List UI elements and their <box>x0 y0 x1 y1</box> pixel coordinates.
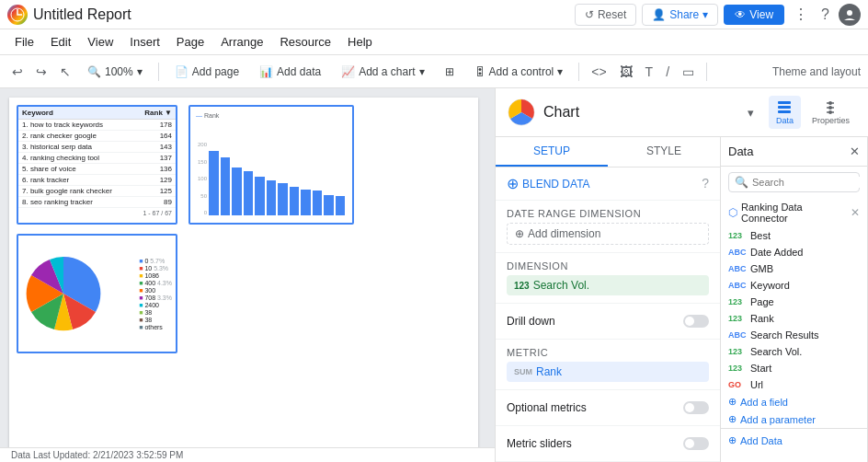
share-button[interactable]: 👤 Share ▾ <box>642 4 718 26</box>
right-panel: Chart ▾ Data Properties SETUP STYLE <box>495 88 868 462</box>
add-field-row[interactable]: ⊕ Add a field <box>721 393 867 410</box>
status-bar: Data Last Updated: 2/21/2023 3:52:59 PM <box>0 447 495 462</box>
data-field-row[interactable]: 123Start <box>721 360 867 376</box>
dimension-chip[interactable]: 123 Search Vol. <box>507 275 709 295</box>
properties-panel-tab-btn[interactable]: Properties <box>805 96 857 129</box>
data-field-row[interactable]: 123Rank <box>721 310 867 327</box>
data-field-row[interactable]: ABCSearch Results <box>721 327 867 343</box>
table-row: 6. rank tracker129 <box>18 175 176 186</box>
data-field-row[interactable]: 123Search Vol. <box>721 343 867 360</box>
connector-close-icon[interactable]: ✕ <box>851 206 860 219</box>
add-dimension-btn[interactable]: ⊕ Add dimension <box>507 223 709 245</box>
data-panel-tab-btn[interactable]: Data <box>769 96 801 129</box>
date-range-section: Date Range Dimension ⊕ Add dimension <box>496 201 720 253</box>
data-field-row[interactable]: GOUrl <box>721 376 867 393</box>
add-component-button[interactable]: ⊞ <box>437 62 463 82</box>
redo-button[interactable]: ↪ <box>31 62 51 82</box>
chart-type-icon <box>507 98 536 127</box>
close-data-panel-icon[interactable]: ✕ <box>850 144 860 158</box>
share-chevron-icon: ▾ <box>702 8 708 21</box>
table-pagination: 1 - 67 / 67 <box>18 208 176 218</box>
text-button[interactable]: T <box>641 62 658 82</box>
bar-chart-area: — Rank 200150100500 <box>190 107 352 223</box>
undo-button[interactable]: ↩ <box>7 62 28 82</box>
svg-rect-5 <box>778 106 791 109</box>
menu-view[interactable]: View <box>80 31 120 52</box>
menu-help[interactable]: Help <box>340 31 380 52</box>
blend-data-row[interactable]: ⊕ BLEND DATA <box>507 175 709 192</box>
more-options-button[interactable]: ⋮ <box>790 2 812 27</box>
toolbar: ↩ ↪ ↖ 🔍 100% ▾ 📄 Add page 📊 Add data 📈 A… <box>0 55 868 88</box>
view-button[interactable]: 👁 View <box>724 5 784 25</box>
menu-file[interactable]: File <box>7 31 41 52</box>
metric-sliders-section: Metric sliders <box>496 426 720 462</box>
setup-style-tabs: SETUP STYLE <box>496 137 720 167</box>
data-panel: Data ✕ 🔍 ⬡ Ranking Data Connector ✕ 123 <box>721 137 868 462</box>
data-search-input[interactable] <box>752 177 868 188</box>
metric-section: Metric SUM Rank <box>496 340 720 390</box>
tab-setup[interactable]: SETUP <box>496 137 608 167</box>
tab-style[interactable]: STYLE <box>608 137 720 167</box>
optional-metrics-toggle[interactable] <box>683 401 709 414</box>
rank-col-header: Rank ▼ <box>134 107 176 120</box>
add-page-button[interactable]: 📄 Add page <box>166 62 247 82</box>
add-chart-button[interactable]: 📈 Add a chart ▾ <box>333 62 432 82</box>
code-button[interactable]: <> <box>587 62 611 82</box>
data-field-row[interactable]: ABCDate Added <box>721 244 867 260</box>
image-button[interactable]: 🖼 <box>615 62 637 82</box>
dimension-section: Dimension 123 Search Vol. <box>496 253 720 304</box>
menu-page[interactable]: Page <box>169 31 211 52</box>
shape-button[interactable]: ▭ <box>678 62 699 82</box>
svg-rect-4 <box>778 101 791 104</box>
control-chevron-icon: ▾ <box>557 65 563 78</box>
menu-bar: File Edit View Insert Page Arrange Resou… <box>0 29 868 55</box>
drill-down-toggle[interactable] <box>683 315 709 328</box>
setup-panel: SETUP STYLE ⊕ BLEND DATA ? Date Range Di… <box>496 137 721 462</box>
metric-sliders-toggle[interactable] <box>683 437 709 450</box>
data-field-row[interactable]: ABCGMB <box>721 260 867 277</box>
bar-chart-widget[interactable]: — Rank 200150100500 <box>188 105 354 225</box>
data-field-row[interactable]: ABCKeyword <box>721 277 867 294</box>
data-panel-header: Data ✕ <box>721 137 867 167</box>
add-control-button[interactable]: 🎛 Add a control ▾ <box>466 62 572 82</box>
menu-edit[interactable]: Edit <box>43 31 78 52</box>
menu-arrange[interactable]: Arrange <box>213 31 270 52</box>
blend-data-section: ⊕ BLEND DATA ? <box>496 167 720 201</box>
reset-button[interactable]: ↺ Reset <box>575 4 636 26</box>
canvas[interactable]: Keyword Rank ▼ 1. how to track keywords1… <box>0 88 495 462</box>
eye-icon: 👁 <box>735 8 746 21</box>
select-tool[interactable]: ↖ <box>55 62 75 82</box>
optional-metrics-row: Optional metrics <box>507 398 709 418</box>
data-field-row[interactable]: 123Best <box>721 227 867 244</box>
help-button[interactable]: ? <box>817 3 833 27</box>
add-data-button[interactable]: 📊 Add data <box>251 62 329 82</box>
menu-insert[interactable]: Insert <box>122 31 167 52</box>
table-row: 2. rank checker google164 <box>18 131 176 142</box>
drill-down-section: Drill down <box>496 304 720 340</box>
menu-resource[interactable]: Resource <box>272 31 338 52</box>
connector-row: ⬡ Ranking Data Connector ✕ <box>721 198 867 227</box>
data-footer: ⊕ Add Data <box>721 428 867 452</box>
chart-chevron-icon: ▾ <box>419 65 425 78</box>
blend-data-help-icon[interactable]: ? <box>702 176 709 191</box>
data-field-row[interactable]: 123Page <box>721 294 867 310</box>
bar <box>324 195 334 215</box>
data-search[interactable]: 🔍 <box>728 172 860 192</box>
bar <box>290 187 300 216</box>
table-widget[interactable]: Keyword Rank ▼ 1. how to track keywords1… <box>17 105 177 225</box>
line-button[interactable]: / <box>661 62 674 82</box>
metric-chip[interactable]: SUM Rank <box>507 362 709 382</box>
main-area: Keyword Rank ▼ 1. how to track keywords1… <box>0 88 868 462</box>
theme-layout-label[interactable]: Theme and layout <box>772 65 861 78</box>
pie-chart-widget[interactable]: ■ 0 5.7% ■ 10 5.3% ■ 1086 ■ 400 4.3% ■ 3… <box>17 234 177 353</box>
report-page: Keyword Rank ▼ 1. how to track keywords1… <box>9 98 478 456</box>
add-data-button[interactable]: ⊕ Add Data <box>728 434 860 446</box>
avatar[interactable] <box>839 4 861 26</box>
component-icon: ⊞ <box>445 65 454 78</box>
table-row: 8. seo ranking tracker89 <box>18 197 176 208</box>
table-row: 3. historical serp data143 <box>18 142 176 153</box>
add-parameter-row[interactable]: ⊕ Add a parameter <box>721 410 867 428</box>
chart-dropdown-icon[interactable]: ▾ <box>748 106 754 120</box>
zoom-control[interactable]: 🔍 100% ▾ <box>79 62 151 82</box>
toolbar-separator-2 <box>578 63 579 81</box>
